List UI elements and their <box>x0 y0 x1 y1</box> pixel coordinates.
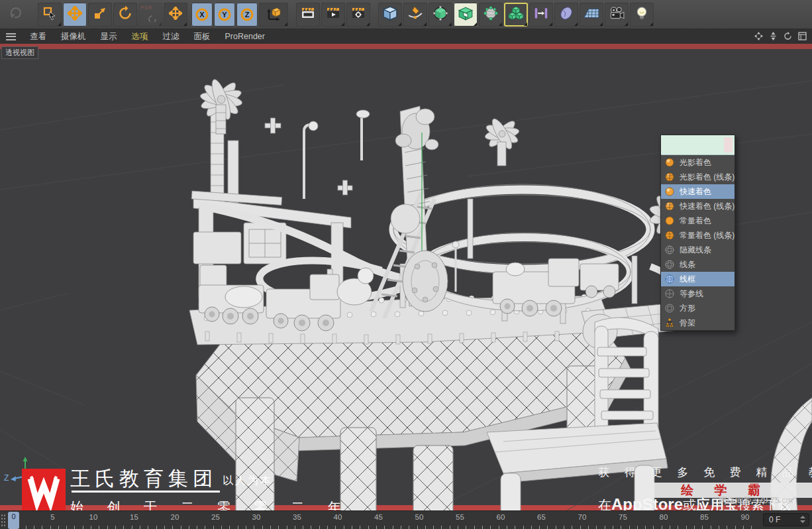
menu-item-lines[interactable]: 线条 <box>661 257 735 272</box>
tearoff-handle-icon[interactable] <box>724 137 733 152</box>
subdivision-surface-button[interactable] <box>429 3 452 27</box>
spline-pen-button[interactable] <box>403 3 427 27</box>
light-button[interactable] <box>630 3 654 27</box>
generator-button[interactable] <box>454 3 478 27</box>
menu-options[interactable]: 选项 <box>125 31 156 42</box>
rotate-tool-icon <box>118 6 132 23</box>
volume-button[interactable] <box>479 3 503 27</box>
ruler-tick <box>66 526 67 529</box>
ruler-tick <box>474 526 475 529</box>
ruler-tick <box>539 526 540 529</box>
ruler-tick <box>278 526 279 529</box>
last-tool-psr-button[interactable]: PSR <box>138 3 162 27</box>
promo-line: 获 得 更 多 免 费 精 品 教 程 <box>598 465 812 480</box>
timeline-playhead[interactable]: 0 <box>8 512 19 529</box>
menu-panel[interactable]: 面板 <box>187 31 218 42</box>
hidden-line-icon <box>665 245 674 255</box>
ruler-tick <box>368 526 369 529</box>
ruler-frame-label: 80 <box>654 513 674 521</box>
ruler-tick <box>645 526 646 529</box>
ruler-tick <box>246 526 246 529</box>
dolly-view-icon[interactable] <box>769 32 778 40</box>
timeline-ruler[interactable]: 051015202530354045505560657075808590 <box>0 511 755 529</box>
menu-item-gouraud-shading-lines[interactable]: 光影着色 (线条) <box>661 170 735 184</box>
field-button[interactable] <box>529 3 553 27</box>
undo-button[interactable] <box>2 3 30 27</box>
array-button[interactable] <box>504 3 528 27</box>
render-view-icon <box>301 6 315 23</box>
deformer-button[interactable] <box>554 3 578 27</box>
menu-item-isoparms[interactable]: 等参线 <box>661 286 735 301</box>
timeline[interactable]: 051015202530354045505560657075808590 0 0… <box>0 510 812 529</box>
scale-tool-button[interactable] <box>88 3 112 27</box>
ruler-tick <box>507 526 507 529</box>
ruler-tick <box>327 526 328 529</box>
render-settings-icon <box>351 6 366 23</box>
ruler-tick <box>572 526 572 529</box>
menu-item-quick-shading-lines[interactable]: 快速着色 (线条) <box>661 199 735 213</box>
ruler-tick <box>295 526 295 529</box>
ruler-tick <box>409 526 409 529</box>
menu-prorender[interactable]: ProRender <box>218 32 272 41</box>
menu-view[interactable]: 查看 <box>23 31 54 42</box>
array-icon <box>508 5 524 24</box>
ruler-tick <box>254 526 254 529</box>
frame-spinner-icon[interactable] <box>800 516 805 523</box>
menu-item-box[interactable]: 方形 <box>661 301 735 316</box>
ruler-tick <box>74 526 75 529</box>
menu-item-constant-shading-lines[interactable]: 常量着色 (线条) <box>661 228 735 243</box>
menu-camera[interactable]: 摄像机 <box>54 31 93 42</box>
floor-button[interactable] <box>580 3 603 27</box>
menu-item-skeleton[interactable]: 骨架 <box>661 316 735 330</box>
ruler-tick <box>238 526 238 529</box>
quick-shading-lines-icon <box>665 202 674 211</box>
lock-x-axis-button[interactable]: X <box>191 3 213 27</box>
ruler-frame-label: 75 <box>613 513 633 521</box>
move-tool-button[interactable] <box>63 3 87 27</box>
render-view-button[interactable] <box>296 3 320 27</box>
ruler-tick <box>433 526 434 529</box>
lock-y-axis-button[interactable]: Y <box>214 3 235 27</box>
menu-item-gouraud-shading[interactable]: 光影着色 <box>661 155 735 170</box>
render-settings-button[interactable] <box>346 3 370 27</box>
pan-view-icon[interactable] <box>754 32 763 40</box>
menu-item-quick-shading[interactable]: 快速着色 <box>661 184 735 199</box>
menu-filter[interactable]: 过滤 <box>156 31 187 42</box>
camera-button[interactable] <box>605 3 629 27</box>
shading-menu-tearoff-header[interactable] <box>661 135 735 155</box>
ruler-tick <box>393 526 393 529</box>
ruler-tick <box>50 526 51 529</box>
menu-item-wireframe[interactable]: 线框 <box>661 272 735 286</box>
ruler-tick <box>311 526 311 529</box>
live-selection-button[interactable] <box>38 3 62 27</box>
hamburger-icon[interactable] <box>6 33 16 40</box>
axis-z-arrow <box>11 477 16 482</box>
brand-slogan: 以人为本 <box>223 474 273 488</box>
menu-item-constant-shading[interactable]: 常量着色 <box>661 213 735 228</box>
rotate-view-icon[interactable] <box>784 32 792 40</box>
field-icon <box>533 5 549 24</box>
ruler-tick <box>613 526 613 529</box>
ruler-tick <box>34 526 34 529</box>
primitive-cube-button[interactable] <box>378 3 402 27</box>
viewport[interactable]: 透视视图 Z 光影着色 光影着色 (线条) 快速着色 <box>0 44 812 510</box>
ruler-tick <box>344 526 344 529</box>
ruler-tick <box>547 526 548 529</box>
ruler-tick <box>99 526 99 529</box>
primitive-cube-icon <box>382 5 398 24</box>
coordinate-system-button[interactable] <box>259 3 288 27</box>
current-frame-field[interactable]: 0 F <box>763 513 809 526</box>
ruler-tick <box>425 526 426 529</box>
ruler-tick <box>596 526 597 529</box>
render-picture-viewer-button[interactable] <box>321 3 345 27</box>
menu-item-hidden-line[interactable]: 隐藏线条 <box>661 243 735 257</box>
lock-z-axis-button[interactable]: Z <box>236 3 258 27</box>
ruler-tick <box>360 526 360 529</box>
gouraud-shading-icon <box>665 158 674 167</box>
rotate-tool-button[interactable] <box>113 3 137 27</box>
ruler-tick <box>499 526 499 529</box>
menu-display[interactable]: 显示 <box>93 31 125 42</box>
axis-modify-button[interactable] <box>164 3 187 27</box>
toggle-view-icon[interactable] <box>798 32 807 40</box>
ruler-tick <box>401 526 401 529</box>
